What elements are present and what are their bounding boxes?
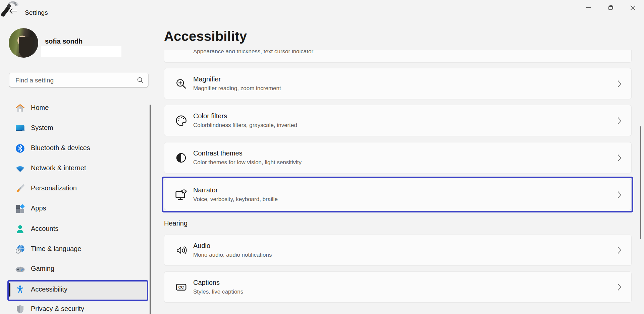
settings-row-narrator[interactable]: Narrator Voice, verbosity, keyboard, bra… [164,179,632,210]
time-language-icon [15,244,25,255]
chevron-right-icon [617,116,622,125]
sidebar-item-system[interactable]: System [9,119,147,137]
sidebar-item-accounts[interactable]: Accounts [9,220,147,238]
settings-row-captions[interactable]: CC Captions Styles, live captions [164,271,632,303]
settings-row-audio[interactable]: Audio Mono audio, audio notifications [164,235,632,266]
row-title: Narrator [193,186,218,194]
selected-indicator-pill [9,283,10,297]
sidebar-item-gaming[interactable]: Gaming [9,260,147,278]
minimize-icon[interactable] [578,0,600,15]
row-subtitle: Mono audio, audio notifications [193,252,272,258]
search-input[interactable] [15,74,133,87]
row-title: Magnifier [193,75,221,83]
sidebar-item-time-language[interactable]: Time & language [9,240,147,258]
settings-row-text-cursor-partial[interactable]: Appearance and thickness, text cursor in… [164,50,632,63]
chevron-right-icon [617,190,622,199]
search-icon[interactable] [137,76,144,84]
sidebar-item-label: Accounts [31,225,58,233]
redacted-email-box [41,46,121,57]
sidebar-item-label: Personalization [31,184,77,192]
svg-text:CC: CC [178,285,184,289]
settings-row-magnifier[interactable]: Magnifier Magnifier reading, zoom increm… [164,68,632,99]
contrast-themes-icon [174,150,189,165]
settings-window: Settings sofia sondh [0,0,644,314]
main-scrollbar[interactable] [640,126,641,239]
app-title: Settings [25,9,48,16]
user-name: sofia sondh [45,38,83,45]
privacy-icon [15,304,25,314]
settings-row-contrast-themes[interactable]: Contrast themes Color themes for low vis… [164,142,632,173]
sidebar-item-privacy-security[interactable]: Privacy & security [9,300,147,314]
chevron-right-icon [617,79,622,88]
chevron-right-icon [617,246,622,255]
row-subtitle: Styles, live captions [193,289,243,295]
sidebar-item-network-internet[interactable]: Network & internet [9,160,147,178]
accounts-icon [15,224,25,235]
restore-icon[interactable] [600,0,622,15]
narrator-icon [174,187,189,202]
window-controls [578,0,644,19]
settings-row-color-filters[interactable]: Color filters Colorblindness filters, gr… [164,105,632,136]
sidebar-item-label: System [31,124,53,132]
sidebar-item-label: Network & internet [31,164,86,172]
magnifier-icon [174,76,189,91]
sidebar-item-label: Home [31,104,49,112]
chevron-right-icon [617,283,622,292]
sidebar-item-bluetooth-devices[interactable]: Bluetooth & devices [9,139,147,158]
sidebar-item-label: Time & language [31,245,81,253]
sidebar-item-label: Accessibility [31,286,67,293]
personalization-icon [15,183,25,194]
system-icon [15,123,25,134]
sidebar-item-home[interactable]: Home [9,99,147,117]
row-title: Audio [193,242,210,250]
chevron-right-icon [617,153,622,162]
sidebar-item-label: Gaming [31,265,54,272]
hammer-icon [0,0,20,17]
page-title: Accessibility [164,29,247,44]
sidebar-item-accessibility[interactable]: Accessibility [7,280,148,301]
row-title: Captions [193,279,220,287]
color-filters-icon [174,113,189,128]
audio-icon [174,243,189,258]
captions-icon: CC [174,280,189,295]
sidebar-item-apps[interactable]: Apps [9,200,147,218]
section-header-hearing: Hearing [164,219,187,227]
avatar [9,28,38,58]
sidebar-item-label: Apps [31,204,46,212]
row-subtitle: Appearance and thickness, text cursor in… [193,50,313,55]
row-title: Color filters [193,112,227,120]
sidebar-item-personalization[interactable]: Personalization [9,180,147,198]
network-icon [15,163,25,174]
sidebar-item-label: Bluetooth & devices [31,144,90,152]
row-subtitle: Magnifier reading, zoom increment [193,85,281,92]
row-subtitle: Voice, verbosity, keyboard, braille [193,196,278,203]
row-subtitle: Color themes for low vision, light sensi… [193,159,302,166]
content-scroll-area: Appearance and thickness, text cursor in… [162,50,635,314]
close-icon[interactable] [622,0,644,15]
titlebar: Settings [0,0,644,19]
home-icon [15,103,25,114]
gaming-icon [15,264,25,274]
row-title: Contrast themes [193,149,243,157]
search-box [9,73,149,87]
accessibility-icon [15,285,25,295]
apps-icon [15,203,25,214]
bluetooth-icon [15,143,25,154]
sidebar-item-label: Privacy & security [31,305,84,313]
sidebar-scrollbar[interactable] [150,105,151,314]
row-subtitle: Colorblindness filters, grayscale, inver… [193,122,297,129]
